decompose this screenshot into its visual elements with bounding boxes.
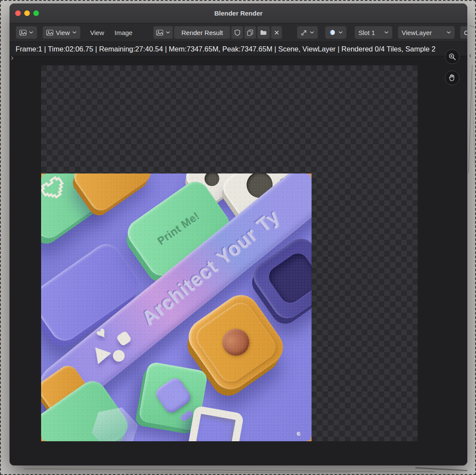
hand-icon xyxy=(448,74,457,82)
editor-header: View View Image Render Result xyxy=(10,23,467,42)
image-canvas[interactable]: › Print Me! Architect Your Ty xyxy=(10,56,467,465)
blender-render-window: Blender Render View View Image Render Re… xyxy=(10,3,467,465)
sketch-line xyxy=(470,25,475,28)
render-info-bar: Frame:1 | Time:02:06.75 | Remaining:27:4… xyxy=(10,42,467,56)
display-mode-label: View xyxy=(56,29,70,36)
render-stats-text: Frame:1 | Time:02:06.75 | Remaining:27:4… xyxy=(16,45,435,53)
sketch-line xyxy=(415,467,467,471)
unlink-image-button[interactable] xyxy=(271,26,282,39)
render-result-image: Print Me! Architect Your Ty ♥ xyxy=(41,173,312,441)
tile-marker xyxy=(307,173,312,178)
image-icon xyxy=(156,30,163,35)
render-diamond-inset xyxy=(153,376,193,415)
tile-marker xyxy=(41,173,45,178)
gizmo-icon xyxy=(301,29,307,36)
magnifier-plus-icon xyxy=(448,53,456,61)
tile-marker xyxy=(41,437,45,441)
image-icon xyxy=(46,30,53,35)
pan-hand-button[interactable] xyxy=(445,71,460,85)
folder-icon xyxy=(260,30,267,35)
open-image-button[interactable] xyxy=(257,26,270,39)
fake-user-button[interactable] xyxy=(231,26,243,39)
window-title: Blender Render xyxy=(10,10,467,17)
render-pass-dropdown[interactable]: C xyxy=(460,26,467,39)
traffic-lights xyxy=(15,10,39,16)
display-mode-dropdown[interactable]: View xyxy=(42,26,80,39)
corner-letter: e xyxy=(295,429,302,438)
new-image-button[interactable] xyxy=(244,26,256,39)
gizmos-dropdown[interactable] xyxy=(297,26,318,39)
window-titlebar[interactable]: Blender Render xyxy=(10,3,467,23)
chevron-down-icon xyxy=(338,31,343,34)
slot-label: Slot 1 xyxy=(358,29,375,36)
sketch-line xyxy=(125,472,351,474)
chevron-down-icon xyxy=(384,31,389,34)
render-diamond-pill xyxy=(180,410,194,422)
minimize-button[interactable] xyxy=(24,10,30,16)
render-pass-label: C xyxy=(464,29,467,36)
copy-icon xyxy=(247,29,253,36)
close-button[interactable] xyxy=(15,10,21,16)
sketch-line xyxy=(24,469,435,472)
desktop-edge-arrow-icon: ‹ xyxy=(469,52,471,59)
chevron-down-icon xyxy=(72,31,77,34)
print-me-label: Print Me! xyxy=(155,210,202,248)
render-hole xyxy=(265,250,312,307)
x-icon xyxy=(274,30,279,35)
menu-view[interactable]: View xyxy=(87,29,107,36)
sidebar-toggle-icon[interactable]: › xyxy=(11,54,13,61)
image-name-field[interactable]: Render Result xyxy=(174,26,230,39)
chevron-down-icon xyxy=(166,31,170,34)
view-layer-dropdown[interactable]: ViewLayer xyxy=(398,26,455,39)
zoom-in-button[interactable] xyxy=(445,49,460,64)
slot-dropdown[interactable]: Slot 1 xyxy=(354,26,392,39)
shield-icon xyxy=(235,29,240,36)
display-channels-dropdown[interactable] xyxy=(325,26,347,39)
color-sphere-icon xyxy=(329,29,336,36)
image-datablock-group: Render Result xyxy=(153,26,282,39)
view-layer-label: ViewLayer xyxy=(402,29,432,36)
chevron-down-icon xyxy=(447,31,451,34)
transparency-checkerboard: Print Me! Architect Your Ty ♥ xyxy=(41,65,418,441)
pixel-heart-icon xyxy=(41,173,69,204)
browse-image-dropdown[interactable] xyxy=(153,26,173,39)
image-editor-icon xyxy=(19,30,26,35)
sketch-line xyxy=(471,71,475,164)
chevron-down-icon xyxy=(310,31,314,34)
circle-shape xyxy=(113,350,125,362)
tile-marker xyxy=(307,437,312,441)
chevron-down-icon xyxy=(29,31,33,34)
menu-image[interactable]: Image xyxy=(111,29,136,36)
fullscreen-button[interactable] xyxy=(33,10,39,16)
editor-type-dropdown[interactable] xyxy=(16,26,37,39)
render-diamond-cream-ring xyxy=(187,405,244,441)
